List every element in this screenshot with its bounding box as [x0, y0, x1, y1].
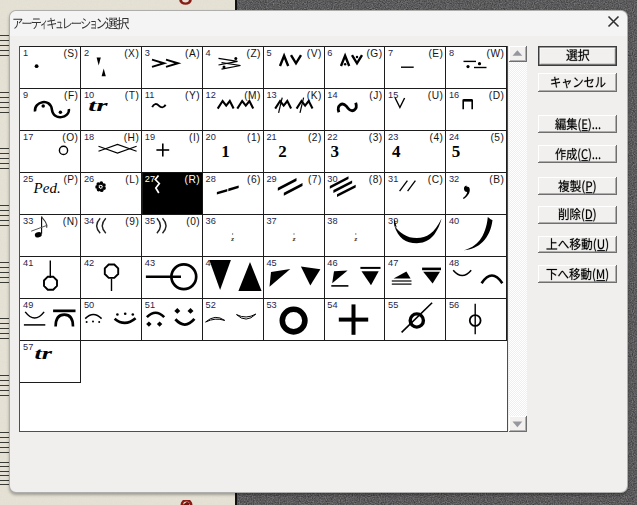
svg-text:(V): (V): [307, 48, 322, 59]
svg-text:4: 4: [206, 48, 211, 58]
svg-text:z: z: [353, 235, 357, 243]
svg-text:48: 48: [449, 258, 459, 268]
svg-text:51: 51: [145, 300, 155, 310]
svg-text:23: 23: [388, 132, 398, 142]
svg-text:(D): (D): [489, 90, 505, 101]
svg-text:(C): (C): [428, 174, 444, 185]
svg-text:(3): (3): [369, 132, 383, 143]
svg-text:(Y): (Y): [185, 90, 200, 101]
svg-text:25: 25: [23, 174, 33, 184]
svg-text:13: 13: [266, 90, 276, 100]
svg-text:56: 56: [449, 300, 459, 310]
svg-text:(A): (A): [185, 48, 200, 59]
svg-text:6: 6: [327, 48, 332, 58]
svg-text:46: 46: [327, 258, 337, 268]
svg-text:34: 34: [84, 216, 94, 226]
svg-text:(2): (2): [308, 132, 322, 143]
svg-text:(4): (4): [430, 132, 444, 143]
svg-text:14: 14: [327, 90, 337, 100]
svg-text:32: 32: [449, 174, 459, 184]
svg-text:26: 26: [84, 174, 94, 184]
svg-text:Ped.: Ped.: [33, 180, 61, 196]
svg-text:43: 43: [145, 258, 155, 268]
svg-text:27: 27: [145, 174, 155, 184]
svg-text:(9): (9): [125, 216, 139, 227]
svg-text:17: 17: [23, 132, 33, 142]
svg-text:(F): (F): [64, 90, 79, 101]
svg-text:8: 8: [449, 48, 454, 58]
svg-text:(N): (N): [63, 216, 79, 227]
svg-text:22: 22: [327, 132, 337, 142]
svg-text:2: 2: [84, 48, 89, 58]
svg-text:(5): (5): [490, 132, 504, 143]
svg-text:(P): (P): [63, 174, 78, 185]
svg-text:57: 57: [23, 342, 33, 352]
svg-text:(Z): (Z): [246, 48, 261, 59]
svg-text:z: z: [230, 235, 234, 243]
svg-text:5: 5: [266, 48, 271, 58]
svg-text:30: 30: [327, 174, 337, 184]
svg-text:(7): (7): [308, 174, 322, 185]
svg-text:20: 20: [206, 132, 216, 142]
svg-text:(U): (U): [428, 90, 444, 101]
svg-text:31: 31: [388, 174, 398, 184]
svg-text:35: 35: [145, 216, 155, 226]
svg-text:(M): (M): [244, 90, 261, 101]
svg-text:54: 54: [327, 300, 337, 310]
svg-text:49: 49: [23, 300, 33, 310]
svg-text:(6): (6): [247, 174, 261, 185]
svg-text:45: 45: [266, 258, 276, 268]
svg-text:1: 1: [23, 48, 28, 58]
svg-text:(1): (1): [247, 132, 261, 143]
svg-text:47: 47: [388, 258, 398, 268]
svg-text:12: 12: [206, 90, 216, 100]
svg-text:z: z: [292, 235, 296, 243]
svg-text:(S): (S): [63, 48, 78, 59]
svg-text:9: 9: [23, 90, 28, 100]
svg-text:33: 33: [23, 216, 33, 226]
svg-text:(J): (J): [369, 90, 382, 101]
svg-text:tr: tr: [35, 344, 53, 363]
svg-text:16: 16: [449, 90, 459, 100]
svg-text:53: 53: [266, 300, 276, 310]
svg-text:28: 28: [206, 174, 216, 184]
svg-text:5: 5: [452, 142, 461, 161]
svg-text:52: 52: [206, 300, 216, 310]
svg-text:(L): (L): [125, 174, 139, 185]
svg-text:(0): (0): [186, 216, 200, 227]
svg-text:(X): (X): [124, 48, 139, 59]
svg-text:36: 36: [206, 216, 216, 226]
svg-text:(B): (B): [489, 174, 504, 185]
svg-text:41: 41: [23, 258, 33, 268]
svg-text:29: 29: [266, 174, 276, 184]
svg-text:4: 4: [392, 142, 401, 161]
svg-text:21: 21: [266, 132, 276, 142]
svg-text:11: 11: [145, 90, 155, 100]
svg-text:40: 40: [449, 216, 459, 226]
svg-text:1: 1: [221, 142, 230, 161]
svg-text:(H): (H): [124, 132, 140, 143]
svg-text:(G): (G): [366, 48, 382, 59]
svg-text:39: 39: [388, 216, 398, 226]
svg-text:18: 18: [84, 132, 94, 142]
svg-text:tr: tr: [88, 96, 108, 115]
svg-text:38: 38: [327, 216, 337, 226]
svg-text:19: 19: [145, 132, 155, 142]
svg-text:(I): (I): [189, 132, 200, 143]
svg-text:(W): (W): [486, 48, 504, 59]
svg-text:50: 50: [84, 300, 94, 310]
svg-text:(O): (O): [62, 132, 78, 143]
svg-text:(T): (T): [125, 90, 140, 101]
svg-text:3: 3: [145, 48, 150, 58]
svg-text:(E): (E): [428, 48, 443, 59]
svg-text:2: 2: [278, 142, 287, 161]
svg-text:(R): (R): [185, 174, 201, 185]
svg-text:42: 42: [84, 258, 94, 268]
svg-text:24: 24: [449, 132, 459, 142]
svg-text:(8): (8): [369, 174, 383, 185]
svg-text:7: 7: [388, 48, 393, 58]
svg-text:3: 3: [331, 142, 340, 161]
svg-text:37: 37: [266, 216, 276, 226]
svg-text:55: 55: [388, 300, 398, 310]
svg-text:15: 15: [388, 90, 398, 100]
